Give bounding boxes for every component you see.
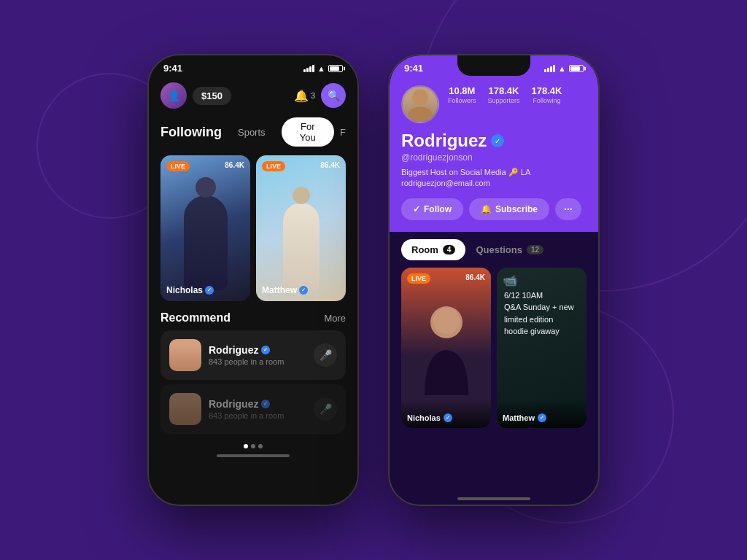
follow-button[interactable]: ✓ Follow [401,198,463,220]
verified-badge-rec: ✓ [261,346,270,354]
tab-room[interactable]: Room 4 [401,239,465,260]
svg-point-3 [433,308,460,334]
live-badge-1: LIVE [166,161,190,171]
check-icon: ✓ [413,204,420,214]
search-button[interactable]: 🔍 [321,83,346,108]
verified-badge-rec2: ✓ [261,400,270,408]
card-bg-2 [256,155,346,301]
content-card-matthew[interactable]: 📹 6/12 10AM Q&A Sunday + new limited edi… [497,268,587,428]
card2-name-bar: Matthew ✓ [497,399,587,428]
profile-stats: 10.8M Followers 178.4K Supporters 178.4K… [448,85,587,104]
signal-icon-1 [303,65,314,72]
home-indicator-1 [217,454,290,457]
stat-supporters: 178.4K Supporters [488,85,520,104]
home-indicator-2 [457,497,530,500]
recommend-sub-1: 843 people in a room [209,357,306,366]
following-label: Following [532,97,562,104]
live-count-card1: 86.4K [465,273,485,281]
following-title: Following [160,125,222,140]
following-value: 178.4K [532,85,562,96]
followers-label: Followers [448,97,476,104]
tab-for-you[interactable]: For You [282,117,334,147]
live-name-nicholas: Nicholas ✓ [166,285,214,295]
status-time-1: 9:41 [163,63,182,74]
supporters-label: Supporters [488,97,520,104]
phone-2: 9:41 ▲ [388,54,600,506]
profile-top: 10.8M Followers 178.4K Supporters 178.4K… [401,85,587,123]
search-icon: 🔍 [328,90,340,101]
more-button[interactable]: More [324,313,346,324]
followers-value: 10.8M [448,85,476,96]
profile-avatar[interactable] [401,85,439,123]
svg-point-1 [408,107,432,122]
live-badge-card1: LIVE [407,273,430,284]
battery-icon-2 [569,65,584,72]
verified-badge-2: ✓ [299,286,308,295]
recommend-avatar-2 [169,393,201,425]
page-dots [149,444,357,448]
card1-content: LIVE 86.4K Nicholas ✓ [401,268,491,428]
dot-3 [258,444,263,448]
status-icons-2: ▲ [544,64,584,73]
verified-badge-profile: ✓ [491,134,504,147]
live-card-matthew[interactable]: LIVE 86.4K Matthew ✓ [256,155,346,301]
profile-name: Rodriguez [401,131,487,151]
live-count-1: 86.4K [225,161,244,169]
phone1-header: 👤 $150 🔔 3 🔍 [149,77,357,112]
status-icons-1: ▲ [303,64,343,73]
profile-handle: @rodriguezjonson [401,152,587,163]
recommend-avatar-1 [169,339,201,371]
more-options-button[interactable]: ··· [555,198,581,220]
live-grid: LIVE 86.4K Nicholas ✓ LIVE 86.4K Matthew [149,151,357,306]
notification-button[interactable]: 🔔 3 [294,89,315,103]
room-badge: 4 [443,245,456,254]
profile-avatar-face [403,87,438,122]
profile-name-row: Rodriguez ✓ [401,131,587,151]
verified-card2: ✓ [538,413,546,422]
tabs-row: Room 4 Questions 12 [390,232,598,268]
tab-overflow: F [340,127,346,138]
recommend-card-1[interactable]: Rodriguez ✓ 843 people in a room 🎤 [160,330,346,380]
avatar-placeholder-1: 👤 [160,82,187,109]
profile-actions: ✓ Follow 🔔 Subscribe ··· [401,198,587,220]
content-card-nicholas[interactable]: LIVE 86.4K Nicholas ✓ [401,268,491,428]
figure-1 [184,195,228,290]
recommend-name-1: Rodriguez ✓ [209,344,306,356]
live-name-matthew: Matthew ✓ [262,285,308,295]
recommend-header: Recommend More [160,311,346,324]
notch-2 [457,55,530,76]
stat-following: 178.4K Following [532,85,562,104]
dot-1 [244,444,248,448]
verified-card1: ✓ [444,413,452,422]
questions-badge: 12 [527,245,543,254]
card1-name-bar: Nicholas ✓ [401,399,491,428]
figure-2 [283,203,320,290]
live-card-nicholas[interactable]: LIVE 86.4K Nicholas ✓ [160,155,250,301]
profile-header: 10.8M Followers 178.4K Supporters 178.4K… [390,77,598,232]
mic-icon-1[interactable]: 🎤 [314,343,337,367]
tab-questions[interactable]: Questions 12 [465,239,554,260]
following-header: Following Sports For You F [149,112,357,151]
supporters-value: 178.4K [488,85,520,96]
recommend-info-2: Rodriguez ✓ 843 people in a room [209,398,306,420]
recommend-section: Recommend More Rodriguez ✓ 843 people in… [149,306,357,437]
tab-sports[interactable]: Sports [228,123,276,141]
svg-point-0 [412,90,428,106]
phone-1: 9:41 ▲ 👤 [147,54,359,506]
recommend-sub-2: 843 people in a room [209,411,306,420]
balance-display: $150 [193,87,231,105]
signal-icon-2 [544,65,555,72]
subscribe-button[interactable]: 🔔 Subscribe [469,198,549,220]
mic-icon-2: 🎤 [314,397,337,421]
live-count-2: 86.4K [320,161,340,169]
battery-icon-1 [328,65,343,72]
avatar-1[interactable]: 👤 [160,82,187,109]
notch-1 [217,55,290,76]
bell-icon-sub: 🔔 [481,204,492,214]
recommend-info-1: Rodriguez ✓ 843 people in a room [209,344,306,366]
wifi-icon-2: ▲ [558,64,566,73]
video-icon: 📹 [503,273,517,287]
bell-icon: 🔔 [294,89,309,103]
status-time-2: 9:41 [404,63,423,74]
stat-followers: 10.8M Followers [448,85,476,104]
